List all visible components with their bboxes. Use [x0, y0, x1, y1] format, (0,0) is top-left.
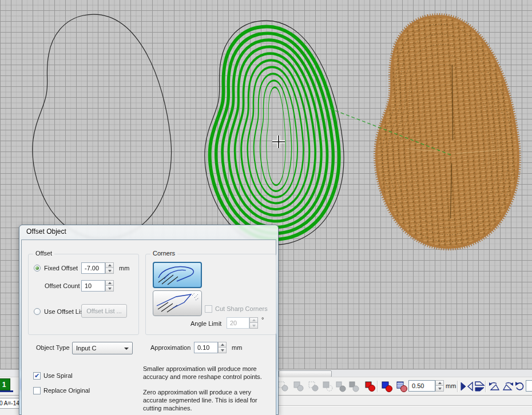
palette-selected-marker [0, 390, 13, 392]
approximation-unit: mm [232, 344, 242, 351]
help-paragraph-2: Zero approximation will produce a very a… [143, 388, 272, 412]
toolbar-separator [457, 381, 458, 392]
approximation-label: Approximation [150, 344, 190, 351]
offset-list-button[interactable]: Offset List ... [81, 304, 127, 318]
shaping-tool-3-icon[interactable] [307, 380, 320, 393]
shaping-tool-4-icon[interactable] [321, 380, 334, 393]
dialog-content: Offset Fixed Offset -7.00 mm Offset Coun… [21, 240, 276, 415]
rotate-ccw-icon[interactable] [487, 380, 501, 393]
use-spiral-checkbox[interactable]: ✔ [33, 372, 41, 380]
round-corners-button[interactable] [153, 262, 202, 288]
sharp-corners-button[interactable] [153, 290, 202, 316]
outline-object-original[interactable] [33, 14, 172, 239]
fixed-offset-spinner[interactable] [105, 262, 114, 274]
angle-limit-unit: ° [261, 316, 264, 323]
offset-group-label: Offset [33, 250, 54, 257]
use-offset-list-radio[interactable] [34, 308, 41, 315]
dialog-title: Offset Object [26, 228, 66, 236]
offset-count-input[interactable]: 10 [81, 280, 105, 292]
replace-original-label: Replace Original [43, 387, 90, 394]
shaping-tool-2-icon[interactable] [292, 380, 305, 393]
trim-tool-icon[interactable] [364, 380, 376, 393]
use-offset-list-label: Use Offset List [44, 308, 85, 315]
angle-input-clipped[interactable] [526, 380, 532, 392]
angle-limit-label: Angle Limit [190, 320, 221, 327]
toolbar-separator [377, 381, 378, 392]
help-paragraph-1: Smaller approximation will produce more … [143, 365, 272, 381]
offset-count-spinner[interactable] [105, 280, 114, 292]
object-type-value: Input C [76, 345, 96, 352]
stitch-spacing-spinner[interactable] [435, 380, 444, 392]
replace-original-checkbox[interactable] [33, 387, 41, 394]
approximation-input[interactable]: 0.10 [194, 342, 218, 353]
rotate-reset-icon[interactable] [514, 380, 526, 393]
stitched-object-brown[interactable] [376, 16, 518, 248]
stitch-spacing-input[interactable]: 0.50 [408, 380, 435, 392]
fixed-offset-label: Fixed Offset [44, 265, 78, 272]
offset-object-dialog: Offset Object Offset Fixed Offset -7.00 … [19, 225, 279, 415]
cut-sharp-corners-label: Cut Sharp Corners [215, 305, 268, 312]
shaping-tool-6-icon[interactable] [348, 380, 360, 393]
toolbar-separator [485, 381, 486, 392]
rotate-cw-icon[interactable] [501, 380, 515, 393]
fill-outline-tool-icon[interactable] [395, 380, 408, 393]
round-corners-icon [154, 263, 201, 287]
stitch-spacing-unit: mm [446, 382, 456, 389]
palette-color-1[interactable]: 1 [0, 378, 10, 390]
fixed-offset-unit: mm [119, 265, 129, 272]
shaping-tool-5-icon[interactable] [335, 380, 347, 393]
crosshair-cursor [272, 135, 285, 148]
angle-limit-spinner[interactable] [249, 317, 258, 329]
fixed-offset-radio[interactable] [34, 265, 41, 272]
shaping-tool-1-icon[interactable] [277, 380, 289, 393]
object-type-label: Object Type [36, 344, 70, 351]
offset-count-label: Offset Count [45, 282, 79, 289]
approximation-help-text: Smaller approximation will produce more … [143, 365, 272, 415]
fixed-offset-input[interactable]: -7.00 [81, 262, 105, 274]
app-window: { "canvas": { "status_left": "0 A=-14", … [0, 0, 532, 415]
combine-tool-icon[interactable] [380, 380, 393, 393]
angle-limit-input[interactable]: 20 [227, 317, 249, 329]
approximation-spinner[interactable] [218, 342, 227, 353]
use-spiral-label: Use Spiral [43, 372, 73, 379]
object-type-dropdown[interactable]: Input C [72, 342, 133, 354]
cut-sharp-corners-checkbox[interactable] [205, 305, 212, 313]
corners-group-label: Corners [150, 250, 177, 257]
offset-object-green[interactable] [205, 21, 344, 245]
sharp-corners-icon [153, 291, 201, 316]
